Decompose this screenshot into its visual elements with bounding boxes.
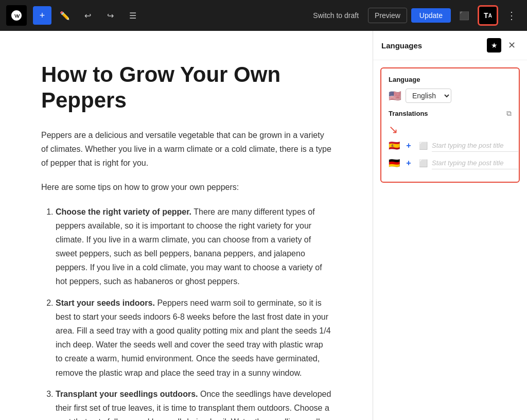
- edit-spanish-translation-button[interactable]: ⬜: [417, 140, 429, 151]
- arrow-indicator: ↘: [389, 123, 512, 136]
- add-german-translation-button[interactable]: +: [403, 157, 414, 169]
- preview-button[interactable]: Preview: [368, 8, 407, 23]
- translations-section-title: Translations: [389, 110, 428, 117]
- more-options-button[interactable]: ⋮: [502, 6, 521, 25]
- germany-flag-icon: 🇩🇪: [389, 157, 400, 169]
- translation-row-german: 🇩🇪 + ⬜: [389, 157, 512, 169]
- topbar: + ✏️ ↩ ↪ ☰ Switch to draft Preview Updat…: [0, 0, 527, 31]
- switch-to-draft-button[interactable]: Switch to draft: [308, 8, 364, 23]
- edit-german-translation-button[interactable]: ⬜: [417, 157, 429, 169]
- update-button[interactable]: Update: [411, 8, 451, 23]
- panel-header: Languages ★ ✕: [373, 31, 527, 60]
- sidebar-toggle-button[interactable]: ⬛: [455, 6, 473, 25]
- add-spanish-translation-button[interactable]: +: [403, 140, 414, 151]
- translations-header: Translations ⧉: [389, 109, 512, 118]
- list-item: Start your seeds indoors. Peppers need w…: [56, 296, 331, 380]
- panel-header-icons: ★ ✕: [487, 38, 519, 52]
- spain-flag-icon: 🇪🇸: [389, 140, 400, 151]
- star-icon-button[interactable]: ★: [487, 38, 501, 52]
- wp-logo: [6, 5, 27, 26]
- post-title: How to Grow Your Own Peppers: [41, 62, 331, 114]
- list-item: Choose the right variety of pepper. Ther…: [56, 205, 331, 289]
- main-layout: How to Grow Your Own Peppers Peppers are…: [0, 31, 527, 420]
- list-item-bold: Start your seeds indoors.: [56, 299, 155, 307]
- close-panel-button[interactable]: ✕: [504, 38, 519, 52]
- topbar-right: Switch to draft Preview Update ⬛ T A ⋮: [308, 5, 521, 26]
- list-item-text: Peppers need warm soil to germinate, so …: [56, 299, 331, 377]
- post-body: Peppers are a delicious and versatile ve…: [41, 128, 331, 420]
- list-item: Transplant your seedlings outdoors. Once…: [56, 387, 331, 420]
- translation-row-spanish: 🇪🇸 + ⬜: [389, 139, 512, 152]
- languages-panel: Language 🇺🇸 English Spanish German Frenc…: [380, 67, 520, 183]
- language-section-title: Language: [389, 76, 512, 83]
- intro-paragraph-2: Here are some tips on how to grow your o…: [41, 180, 331, 194]
- editor-area[interactable]: How to Grow Your Own Peppers Peppers are…: [0, 31, 373, 420]
- add-button[interactable]: +: [33, 6, 51, 25]
- panel-title: Languages: [381, 41, 422, 50]
- list-item-bold: Choose the right variety of pepper.: [56, 207, 191, 216]
- language-row: 🇺🇸 English Spanish German French: [389, 89, 512, 103]
- intro-paragraph-1: Peppers are a delicious and versatile ve…: [41, 128, 331, 170]
- language-select[interactable]: English Spanish German French: [406, 89, 451, 103]
- edit-icon-button[interactable]: ✏️: [56, 6, 74, 25]
- undo-button[interactable]: ↩: [78, 6, 97, 25]
- translate-button[interactable]: T A: [478, 5, 498, 26]
- tips-list: Choose the right variety of pepper. Ther…: [41, 205, 331, 420]
- list-item-text: There are many different types of pepper…: [56, 207, 322, 286]
- list-view-button[interactable]: ☰: [124, 6, 142, 25]
- redo-button[interactable]: ↪: [101, 6, 119, 25]
- german-title-input[interactable]: [432, 157, 518, 169]
- copy-icon[interactable]: ⧉: [506, 109, 512, 118]
- spanish-title-input[interactable]: [432, 139, 518, 152]
- list-item-bold: Transplant your seedlings outdoors.: [56, 390, 198, 398]
- us-flag-icon: 🇺🇸: [389, 90, 401, 102]
- sidebar-panel: Languages ★ ✕ Language 🇺🇸 English Spanis…: [373, 31, 527, 420]
